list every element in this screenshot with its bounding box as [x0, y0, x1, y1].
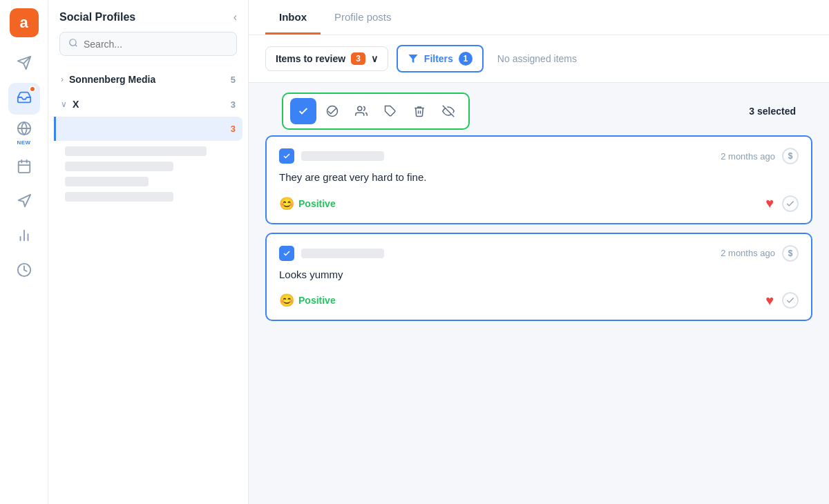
sonnenberg-count: 5 — [231, 75, 236, 85]
sidebar-placeholders — [65, 146, 231, 202]
chart-icon — [17, 228, 32, 246]
card-1-header: 2 months ago $ — [279, 148, 799, 164]
x-count: 3 — [231, 99, 236, 110]
tabs-bar: Inbox Profile posts — [249, 0, 829, 35]
tab-inbox[interactable]: Inbox — [265, 0, 321, 35]
inbox-icon — [17, 90, 32, 108]
sidebar-title: Social Profiles — [59, 11, 135, 23]
selected-count-text: 3 selected — [749, 106, 796, 117]
filters-button[interactable]: Filters 1 — [397, 45, 484, 72]
card-1-sentiment: 😊 Positive — [279, 196, 336, 211]
filter-icon — [408, 53, 419, 64]
card-2-timestamp: 2 months ago — [721, 248, 775, 258]
no-assigned-text: No assigned items — [497, 53, 577, 64]
svg-rect-4 — [18, 161, 30, 173]
nav-dashboard[interactable] — [8, 255, 40, 287]
card-1-checkbox[interactable] — [279, 148, 294, 164]
card-1-text: They are great very hard to fine. — [279, 170, 799, 186]
placeholder-1 — [65, 146, 207, 156]
card-1-user-name — [301, 151, 384, 161]
bulk-hide-button[interactable] — [435, 98, 461, 124]
filters-label: Filters — [424, 53, 453, 64]
card-1-footer: 😊 Positive ♥ — [279, 195, 799, 212]
search-icon — [68, 38, 78, 50]
card-1-sentiment-label: Positive — [298, 198, 336, 209]
send-icon — [17, 55, 32, 74]
card-2-sentiment: 😊 Positive — [279, 293, 336, 308]
dashboard-icon — [17, 262, 32, 281]
main-content: Inbox Profile posts Items to review 3 ∨ … — [249, 0, 829, 504]
svg-point-16 — [358, 106, 362, 110]
placeholder-3 — [65, 177, 149, 186]
sidebar-item-x[interactable]: ∨ X 3 — [54, 92, 242, 117]
active-count: 3 — [231, 124, 236, 134]
sonnenberg-label: Sonnenberg Media — [69, 74, 155, 85]
svg-point-12 — [70, 39, 76, 46]
calendar-icon — [17, 159, 32, 177]
tab-profile-posts[interactable]: Profile posts — [321, 0, 406, 35]
placeholder-2 — [65, 162, 173, 171]
globe-icon — [17, 121, 32, 139]
smile-icon: 😊 — [279, 196, 294, 211]
svg-marker-14 — [408, 55, 417, 63]
icon-nav: a NEW — [0, 0, 48, 504]
bulk-actions-bar: 3 selected — [282, 93, 796, 130]
chevron-right-icon: › — [61, 75, 64, 84]
nav-send[interactable] — [8, 48, 40, 80]
card-1-check-button[interactable] — [782, 195, 799, 212]
card-2-text: Looks yummy — [279, 267, 799, 283]
card-2-check-button[interactable] — [782, 292, 799, 309]
card-1-heart-icon[interactable]: ♥ — [765, 195, 774, 211]
sidebar-header: Social Profiles ‹ — [48, 11, 248, 32]
sidebar-item-sonnenberg[interactable]: › Sonnenberg Media 5 — [54, 67, 242, 92]
sidebar-collapse-button[interactable]: ‹ — [234, 11, 237, 23]
card-1-dollar-icon: $ — [782, 148, 799, 164]
bulk-icons-container — [282, 93, 470, 130]
review-count-badge: 3 — [351, 52, 365, 65]
search-input[interactable] — [84, 39, 228, 50]
toolbar: Items to review 3 ∨ Filters 1 No assigne… — [249, 35, 829, 83]
filter-count-badge: 1 — [459, 52, 473, 66]
megaphone-icon — [17, 193, 32, 212]
nav-globe[interactable]: NEW — [8, 117, 40, 149]
card-2-checkbox[interactable] — [279, 246, 294, 261]
card-1-timestamp: 2 months ago — [721, 151, 775, 162]
card-2-heart-icon[interactable]: ♥ — [765, 293, 774, 309]
app-logo[interactable]: a — [10, 8, 39, 37]
items-to-review-button[interactable]: Items to review 3 ∨ — [265, 46, 388, 71]
smile-icon-2: 😊 — [279, 293, 294, 308]
nav-inbox[interactable] — [8, 83, 40, 115]
placeholder-4 — [65, 192, 173, 202]
nav-chart[interactable] — [8, 221, 40, 253]
sidebar-profile-list: › Sonnenberg Media 5 ∨ X 3 3 — [48, 67, 248, 207]
dropdown-chevron-icon: ∨ — [371, 53, 378, 64]
new-badge: NEW — [17, 139, 30, 146]
chevron-down-icon: ∨ — [61, 99, 67, 109]
bulk-delete-button[interactable] — [406, 98, 432, 124]
sidebar: Social Profiles ‹ › Sonnenberg Media 5 ∨… — [48, 0, 249, 504]
svg-line-13 — [75, 45, 77, 47]
bulk-assign-button[interactable] — [348, 98, 374, 124]
search-box[interactable] — [59, 32, 237, 56]
card-2-sentiment-label: Positive — [298, 295, 336, 306]
nav-calendar[interactable] — [8, 152, 40, 184]
nav-megaphone[interactable] — [8, 186, 40, 218]
card-2-footer: 😊 Positive ♥ — [279, 292, 799, 309]
card-2-dollar-icon: $ — [782, 245, 799, 262]
card-2-user-name — [301, 249, 384, 258]
bulk-label-button[interactable] — [377, 98, 403, 124]
review-card-2: 2 months ago $ Looks yummy 😊 Positive ♥ — [265, 233, 812, 322]
bulk-select-all-button[interactable] — [290, 98, 316, 124]
bulk-mark-done-button[interactable] — [319, 98, 345, 124]
items-to-review-label: Items to review — [276, 53, 345, 64]
sidebar-item-active[interactable]: 3 — [54, 117, 242, 141]
content-area: 3 selected 2 months ago $ They are great… — [249, 83, 829, 504]
x-label: X — [73, 99, 79, 110]
review-card-1: 2 months ago $ They are great very hard … — [265, 135, 812, 224]
card-2-header: 2 months ago $ — [279, 245, 799, 262]
